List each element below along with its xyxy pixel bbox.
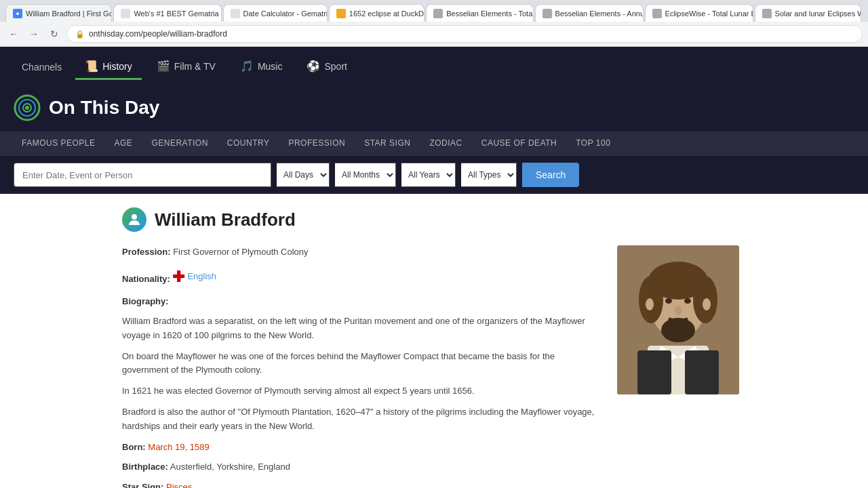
- tab-label-7: Solar and lunar Eclipses Worldb...: [775, 9, 861, 18]
- sport-icon: ⚽: [307, 60, 320, 73]
- tab-label-1: Web's #1 BEST Gematria Calcul...: [134, 9, 221, 18]
- svg-point-11: [665, 298, 672, 304]
- tab-label-6: EclipseWise - Total Lunar Eclipse...: [665, 9, 753, 18]
- channels-button[interactable]: Channels: [14, 56, 70, 78]
- nav-item-history[interactable]: 📜 History: [75, 54, 142, 80]
- birthplace-row: Birthplace: Austerfield, Yorkshire, Engl…: [122, 460, 597, 474]
- sub-nav-famous-people[interactable]: FAMOUS PEOPLE: [14, 131, 104, 156]
- birthplace-value: Austerfield, Yorkshire, England: [170, 462, 290, 472]
- sub-nav-profession[interactable]: PROFESSION: [280, 131, 353, 156]
- tab-favicon-3: [336, 9, 346, 18]
- sub-nav-top-100[interactable]: TOP 100: [568, 131, 618, 156]
- born-label: Born:: [122, 442, 146, 452]
- url-box[interactable]: 🔒 onthisday.com/people/william-bradford: [66, 25, 863, 43]
- browser-chrome: ● William Bradford | First Governo... ✕ …: [0, 0, 868, 47]
- person-icon: [122, 207, 146, 232]
- lock-icon: 🔒: [75, 30, 85, 39]
- nav-label-sport: Sport: [324, 61, 347, 72]
- tab-label-3: 1652 eclipse at DuckDuckGo: [349, 9, 425, 18]
- svg-rect-16: [637, 350, 671, 394]
- svg-point-19: [703, 298, 711, 310]
- profession-value: First Governor of Plymouth Colony: [173, 247, 308, 257]
- search-input[interactable]: [14, 163, 271, 187]
- tab-label-5: Besselian Elements - Annular So...: [555, 9, 644, 18]
- tab-4[interactable]: Besselian Elements - Total Solar... ✕: [426, 4, 533, 22]
- person-photo: [617, 245, 739, 394]
- svg-point-18: [646, 298, 654, 310]
- sub-nav-zodiac[interactable]: ZODIAC: [421, 131, 470, 156]
- bio-paragraph-2: On board the Mayflower he was one of the…: [122, 350, 597, 378]
- details-text: Profession: First Governor of Plymouth C…: [122, 245, 597, 488]
- tab-bar: ● William Bradford | First Governo... ✕ …: [0, 0, 868, 22]
- url-text: onthisday.com/people/william-bradford: [89, 29, 227, 39]
- sub-nav-generation[interactable]: GENERATION: [143, 131, 216, 156]
- history-icon: 📜: [85, 60, 98, 73]
- months-select[interactable]: All Months: [335, 163, 396, 187]
- tab-label-2: Date Calculator - Gematriinator...: [243, 9, 328, 18]
- birthplace-label: Birthplace:: [122, 462, 168, 472]
- star-sign-label: Star Sign:: [122, 482, 163, 488]
- svg-point-3: [25, 106, 29, 110]
- days-select[interactable]: All Days: [277, 163, 330, 187]
- tab-6[interactable]: EclipseWise - Total Lunar Eclipse... ✕: [645, 4, 753, 22]
- bio-paragraph-4: Bradford is also the author of "Of Plymo…: [122, 405, 597, 434]
- sub-nav-star-sign[interactable]: STAR SIGN: [356, 131, 418, 156]
- sub-nav: FAMOUS PEOPLE AGE GENERATION COUNTRY PRO…: [0, 131, 868, 156]
- site-header: On This Day: [0, 87, 868, 131]
- content-area: William Bradford Profession: First Gover…: [108, 194, 760, 488]
- nav-label-music: Music: [258, 61, 283, 72]
- born-date-link[interactable]: March 19, 1589: [148, 442, 209, 452]
- film-icon: 🎬: [157, 60, 170, 73]
- bio-paragraph-3: In 1621 he was elected Governor of Plymo…: [122, 384, 597, 399]
- nav-label-history: History: [102, 61, 132, 72]
- star-sign-link[interactable]: Pisces: [166, 482, 192, 488]
- born-row: Born: March 19, 1589: [122, 441, 597, 454]
- years-select[interactable]: All Years: [401, 163, 456, 187]
- address-bar: ← → ↻ 🔒 onthisday.com/people/william-bra…: [0, 22, 868, 46]
- nav-item-sport[interactable]: ⚽ Sport: [297, 54, 356, 80]
- person-header: William Bradford: [122, 207, 746, 232]
- back-button[interactable]: ←: [5, 26, 22, 42]
- reload-button[interactable]: ↻: [46, 26, 62, 42]
- flag-cross-icon: ✚: [172, 266, 184, 288]
- person-details: Profession: First Governor of Plymouth C…: [122, 245, 746, 488]
- tab-favicon-active: ●: [13, 9, 22, 18]
- bio-paragraph-1: William Bradford was a separatist, on th…: [122, 314, 597, 343]
- sub-nav-country[interactable]: COUNTRY: [219, 131, 278, 156]
- forward-button[interactable]: →: [26, 26, 42, 42]
- biography-label: Biography:: [122, 296, 169, 306]
- tab-favicon-4: [433, 9, 443, 18]
- tab-1[interactable]: Web's #1 BEST Gematria Calcul... ✕: [113, 4, 221, 22]
- nationality-link[interactable]: English: [187, 270, 216, 283]
- tab-3[interactable]: 1652 eclipse at DuckDuckGo ✕: [329, 4, 425, 22]
- biography-row: Biography:: [122, 295, 597, 308]
- tab-favicon-7: [762, 9, 772, 18]
- search-bar: All Days All Months All Years All Types …: [0, 156, 868, 194]
- nationality-row: Nationality: ✚ English: [122, 266, 597, 288]
- tab-label-4: Besselian Elements - Total Solar...: [446, 9, 533, 18]
- nav-item-film[interactable]: 🎬 Film & TV: [147, 54, 225, 80]
- tab-label-active: William Bradford | First Governo...: [26, 9, 112, 18]
- svg-point-4: [132, 214, 137, 220]
- nationality-flag: ✚ English: [172, 266, 216, 288]
- types-select[interactable]: All Types: [461, 163, 517, 187]
- main-nav: Channels 📜 History 🎬 Film & TV 🎵 Music ⚽…: [0, 47, 868, 87]
- tab-favicon-6: [652, 9, 662, 18]
- tab-active[interactable]: ● William Bradford | First Governo... ✕: [5, 4, 112, 22]
- profession-label: Profession:: [122, 247, 171, 257]
- music-icon: 🎵: [240, 60, 254, 73]
- sub-nav-cause-of-death[interactable]: CAUSE OF DEATH: [473, 131, 565, 156]
- svg-point-12: [684, 298, 691, 304]
- tab-favicon-2: [231, 9, 240, 18]
- nav-label-film: Film & TV: [174, 61, 216, 72]
- tab-7[interactable]: Solar and lunar Eclipses Worldb... ✕: [755, 4, 861, 22]
- tab-5[interactable]: Besselian Elements - Annular So... ✕: [535, 4, 644, 22]
- tab-2[interactable]: Date Calculator - Gematriinator... ✕: [223, 4, 328, 22]
- site-title: On This Day: [49, 97, 159, 119]
- star-sign-row: Star Sign: Pisces: [122, 481, 597, 488]
- site-logo-icon: [14, 94, 41, 121]
- nav-item-music[interactable]: 🎵 Music: [231, 54, 292, 80]
- search-button[interactable]: Search: [522, 163, 579, 187]
- sub-nav-age[interactable]: AGE: [106, 131, 141, 156]
- person-name: William Bradford: [155, 209, 296, 230]
